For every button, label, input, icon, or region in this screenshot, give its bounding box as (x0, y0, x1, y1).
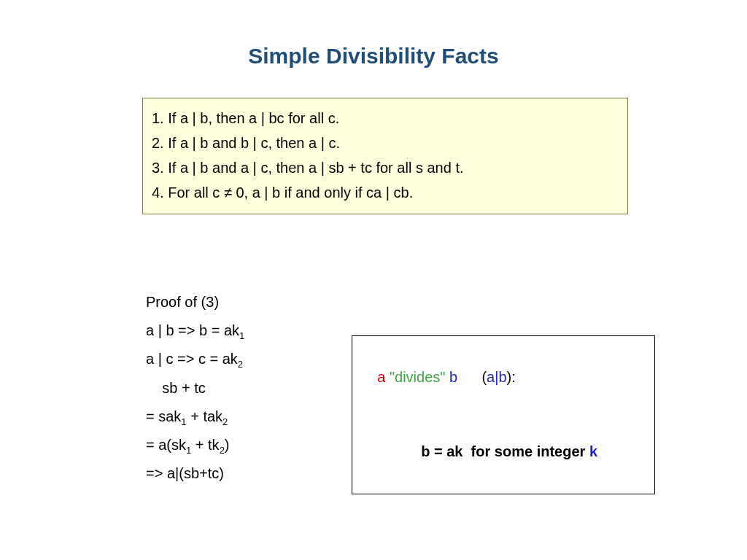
proof-l1-sub: 1 (239, 330, 244, 341)
proof-l5c: ) (225, 437, 230, 453)
definition-box: a "divides" b (a|b): b = ak for some int… (352, 335, 655, 494)
proof-line-2: a | c => c = ak2 (146, 345, 244, 373)
def-eq-mid: for some integer (463, 443, 589, 459)
def-divides: "divides" (385, 369, 449, 385)
def-eq-prefix: b = ak (421, 443, 462, 459)
proof-l4s2: 2 (222, 416, 228, 427)
proof-line-6: => a|(sb+tc) (146, 459, 244, 488)
proof-l5b: + tk (191, 437, 219, 453)
proof-line-3: sb + tc (146, 374, 244, 402)
fact-2: 2. If a | b and b | c, then a | c. (152, 131, 619, 155)
fact-3: 3. If a | b and a | c, then a | sb + tc … (152, 155, 619, 180)
def-eq-k: k (589, 443, 597, 459)
proof-line-5: = a(sk1 + tk2) (146, 431, 244, 459)
proof-l4a: = sak (146, 408, 181, 424)
proof-l5a: = a(sk (146, 437, 186, 453)
proof-heading: Proof of (3) (146, 288, 244, 316)
definition-line-1: a "divides" b (a|b): (361, 342, 646, 412)
proof-l1-text: a | b => b = ak (146, 322, 239, 338)
proof-l2-sub: 2 (238, 359, 243, 370)
facts-box: 1. If a | b, then a | bc for all c. 2. I… (142, 98, 628, 214)
slide-title: Simple Divisibility Facts (0, 0, 747, 83)
proof-l4b: + tak (187, 408, 222, 424)
proof-block: Proof of (3) a | b => b = ak1 a | c => c… (146, 288, 244, 488)
proof-line-1: a | b => b = ak1 (146, 316, 244, 345)
proof-l5s2: 2 (220, 445, 225, 456)
def-close: ): (507, 369, 516, 385)
def-b: b (449, 369, 457, 385)
def-ab: a|b (487, 369, 506, 385)
fact-1: 1. If a | b, then a | bc for all c. (152, 106, 619, 131)
def-a: a (377, 369, 385, 385)
fact-4: 4. For all c ≠ 0, a | b if and only if c… (152, 180, 619, 205)
proof-l2-text: a | c => c = ak (146, 351, 238, 367)
definition-line-2: b = ak for some integer k (361, 412, 646, 486)
proof-l4s1: 1 (181, 416, 186, 427)
proof-line-4: = sak1 + tak2 (146, 402, 244, 431)
def-open: ( (457, 369, 487, 385)
